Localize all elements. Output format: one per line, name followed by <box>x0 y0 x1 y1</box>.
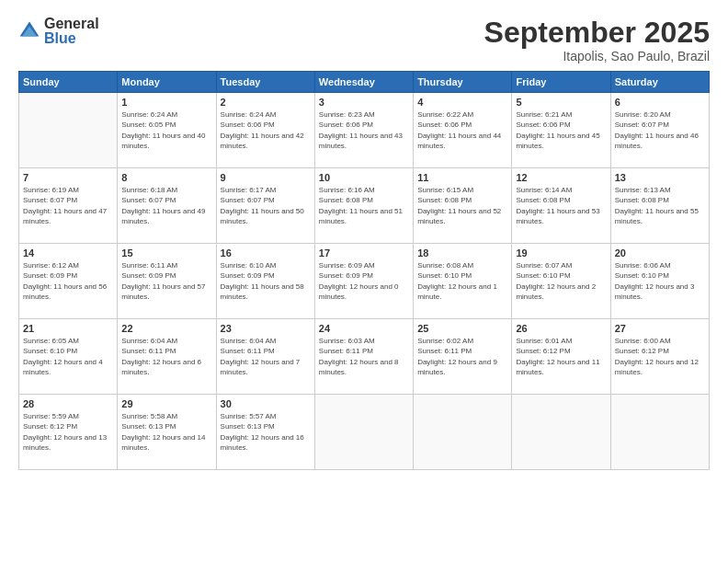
header-friday: Friday <box>512 72 610 93</box>
week-row-4: 21Sunrise: 6:05 AMSunset: 6:10 PMDayligh… <box>19 319 710 395</box>
month-title: September 2025 <box>484 17 710 49</box>
day-number: 24 <box>319 323 409 334</box>
day-number: 25 <box>417 323 507 334</box>
day-number: 17 <box>319 247 409 259</box>
day-number: 22 <box>121 323 211 334</box>
day-cell: 25Sunrise: 6:02 AMSunset: 6:11 PMDayligh… <box>414 319 512 395</box>
day-number: 6 <box>615 97 705 108</box>
day-info: Sunrise: 6:18 AMSunset: 6:07 PMDaylight:… <box>121 185 211 226</box>
day-info: Sunrise: 6:14 AMSunset: 6:08 PMDaylight:… <box>516 185 606 226</box>
day-cell: 27Sunrise: 6:00 AMSunset: 6:12 PMDayligh… <box>610 319 709 395</box>
day-cell: 17Sunrise: 6:09 AMSunset: 6:09 PMDayligh… <box>314 244 413 319</box>
day-number: 16 <box>221 247 311 259</box>
day-cell: 29Sunrise: 5:58 AMSunset: 6:13 PMDayligh… <box>118 395 216 470</box>
day-info: Sunrise: 6:23 AMSunset: 6:06 PMDaylight:… <box>319 109 409 151</box>
calendar-page: General Blue September 2025 Itapolis, Sa… <box>0 0 728 563</box>
day-number: 28 <box>23 398 113 409</box>
day-cell: 7Sunrise: 6:19 AMSunset: 6:07 PMDaylight… <box>19 168 118 244</box>
day-number: 27 <box>615 323 705 334</box>
day-cell: 10Sunrise: 6:16 AMSunset: 6:08 PMDayligh… <box>314 168 413 244</box>
day-info: Sunrise: 6:13 AMSunset: 6:08 PMDaylight:… <box>615 185 705 226</box>
day-number: 30 <box>221 398 311 409</box>
day-info: Sunrise: 6:10 AMSunset: 6:09 PMDaylight:… <box>221 260 311 302</box>
day-info: Sunrise: 5:57 AMSunset: 6:13 PMDaylight:… <box>221 411 311 453</box>
day-cell <box>414 395 512 470</box>
header-tuesday: Tuesday <box>216 72 314 93</box>
day-cell: 5Sunrise: 6:21 AMSunset: 6:06 PMDaylight… <box>512 93 610 168</box>
header-sunday: Sunday <box>19 72 118 93</box>
day-number: 23 <box>221 323 311 334</box>
day-info: Sunrise: 6:24 AMSunset: 6:05 PMDaylight:… <box>121 109 211 151</box>
day-number: 11 <box>417 172 507 183</box>
day-info: Sunrise: 6:16 AMSunset: 6:08 PMDaylight:… <box>319 185 409 226</box>
day-info: Sunrise: 6:09 AMSunset: 6:09 PMDaylight:… <box>319 260 409 302</box>
day-cell: 4Sunrise: 6:22 AMSunset: 6:06 PMDaylight… <box>414 93 512 168</box>
day-cell: 13Sunrise: 6:13 AMSunset: 6:08 PMDayligh… <box>610 168 709 244</box>
day-number: 18 <box>417 247 507 259</box>
day-info: Sunrise: 6:03 AMSunset: 6:11 PMDaylight:… <box>319 336 409 377</box>
day-cell: 16Sunrise: 6:10 AMSunset: 6:09 PMDayligh… <box>216 244 314 319</box>
day-cell: 6Sunrise: 6:20 AMSunset: 6:07 PMDaylight… <box>610 93 709 168</box>
day-info: Sunrise: 6:04 AMSunset: 6:11 PMDaylight:… <box>121 336 211 377</box>
day-cell: 12Sunrise: 6:14 AMSunset: 6:08 PMDayligh… <box>512 168 610 244</box>
week-row-5: 28Sunrise: 5:59 AMSunset: 6:12 PMDayligh… <box>19 395 710 470</box>
logo-text: General Blue <box>44 17 99 46</box>
day-info: Sunrise: 6:01 AMSunset: 6:12 PMDaylight:… <box>516 336 606 377</box>
day-info: Sunrise: 6:08 AMSunset: 6:10 PMDaylight:… <box>417 260 507 302</box>
day-cell <box>512 395 610 470</box>
calendar-body: 1Sunrise: 6:24 AMSunset: 6:05 PMDaylight… <box>19 93 710 470</box>
day-info: Sunrise: 6:07 AMSunset: 6:10 PMDaylight:… <box>516 260 606 302</box>
day-number: 12 <box>516 172 606 183</box>
day-number: 21 <box>23 323 113 334</box>
day-info: Sunrise: 6:11 AMSunset: 6:09 PMDaylight:… <box>121 260 211 302</box>
day-number: 19 <box>516 247 606 259</box>
day-cell: 3Sunrise: 6:23 AMSunset: 6:06 PMDaylight… <box>314 93 413 168</box>
day-number: 10 <box>319 172 409 183</box>
day-info: Sunrise: 6:00 AMSunset: 6:12 PMDaylight:… <box>615 336 705 377</box>
day-info: Sunrise: 6:15 AMSunset: 6:08 PMDaylight:… <box>417 185 507 226</box>
day-cell: 9Sunrise: 6:17 AMSunset: 6:07 PMDaylight… <box>216 168 314 244</box>
day-cell: 30Sunrise: 5:57 AMSunset: 6:13 PMDayligh… <box>216 395 314 470</box>
week-row-2: 7Sunrise: 6:19 AMSunset: 6:07 PMDaylight… <box>19 168 710 244</box>
day-cell: 28Sunrise: 5:59 AMSunset: 6:12 PMDayligh… <box>19 395 118 470</box>
day-number: 7 <box>23 172 113 183</box>
day-info: Sunrise: 6:05 AMSunset: 6:10 PMDaylight:… <box>23 336 113 377</box>
title-area: September 2025 Itapolis, Sao Paulo, Braz… <box>484 17 710 63</box>
day-cell: 23Sunrise: 6:04 AMSunset: 6:11 PMDayligh… <box>216 319 314 395</box>
week-row-1: 1Sunrise: 6:24 AMSunset: 6:05 PMDaylight… <box>19 93 710 168</box>
day-cell: 2Sunrise: 6:24 AMSunset: 6:06 PMDaylight… <box>216 93 314 168</box>
week-row-3: 14Sunrise: 6:12 AMSunset: 6:09 PMDayligh… <box>19 244 710 319</box>
day-number: 29 <box>121 398 211 409</box>
day-info: Sunrise: 6:24 AMSunset: 6:06 PMDaylight:… <box>221 109 311 151</box>
day-number: 8 <box>121 172 211 183</box>
day-number: 20 <box>615 247 705 259</box>
day-cell: 21Sunrise: 6:05 AMSunset: 6:10 PMDayligh… <box>19 319 118 395</box>
day-number: 1 <box>121 97 211 108</box>
day-cell: 11Sunrise: 6:15 AMSunset: 6:08 PMDayligh… <box>414 168 512 244</box>
day-cell <box>610 395 709 470</box>
header-wednesday: Wednesday <box>314 72 413 93</box>
day-info: Sunrise: 6:19 AMSunset: 6:07 PMDaylight:… <box>23 185 113 226</box>
logo-general: General <box>44 17 99 31</box>
day-number: 14 <box>23 247 113 259</box>
logo: General Blue <box>18 17 99 46</box>
day-info: Sunrise: 6:02 AMSunset: 6:11 PMDaylight:… <box>417 336 507 377</box>
day-info: Sunrise: 6:17 AMSunset: 6:07 PMDaylight:… <box>221 185 311 226</box>
day-cell: 22Sunrise: 6:04 AMSunset: 6:11 PMDayligh… <box>118 319 216 395</box>
day-cell <box>19 93 118 168</box>
day-cell: 26Sunrise: 6:01 AMSunset: 6:12 PMDayligh… <box>512 319 610 395</box>
day-cell: 24Sunrise: 6:03 AMSunset: 6:11 PMDayligh… <box>314 319 413 395</box>
header-monday: Monday <box>118 72 216 93</box>
day-number: 5 <box>516 97 606 108</box>
day-info: Sunrise: 6:12 AMSunset: 6:09 PMDaylight:… <box>23 260 113 302</box>
calendar-header: Sunday Monday Tuesday Wednesday Thursday… <box>19 72 710 93</box>
day-info: Sunrise: 5:59 AMSunset: 6:12 PMDaylight:… <box>23 411 113 453</box>
logo-blue: Blue <box>44 31 99 46</box>
day-info: Sunrise: 6:04 AMSunset: 6:11 PMDaylight:… <box>221 336 311 377</box>
header-row: Sunday Monday Tuesday Wednesday Thursday… <box>19 72 710 93</box>
day-cell: 19Sunrise: 6:07 AMSunset: 6:10 PMDayligh… <box>512 244 610 319</box>
day-number: 13 <box>615 172 705 183</box>
logo-icon <box>18 20 40 42</box>
day-cell: 20Sunrise: 6:06 AMSunset: 6:10 PMDayligh… <box>610 244 709 319</box>
header-saturday: Saturday <box>610 72 709 93</box>
